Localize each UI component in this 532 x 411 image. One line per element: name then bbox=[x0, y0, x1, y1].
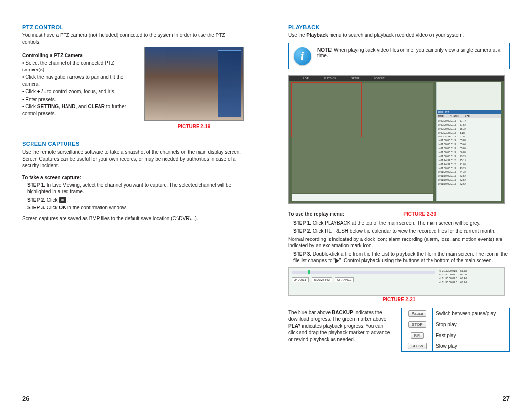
picture-caption: PICTURE 2-20 bbox=[403, 211, 436, 217]
page-26: PTZ CONTROL You must have a PTZ camera (… bbox=[0, 0, 266, 411]
playback-legend-table: PauseSwitch between pause/play STOPStop … bbox=[401, 308, 510, 352]
ptz-bullet: Click + / - to control zoom, focus, and … bbox=[22, 88, 137, 95]
picture-2-19-image bbox=[144, 47, 244, 121]
pb-steps: STEP 1. Click PLAYBACK at the top of the… bbox=[293, 220, 510, 235]
slow-button-icon: SLOW bbox=[408, 343, 427, 349]
sc-subhead: To take a screen capture: bbox=[22, 175, 244, 180]
picture-caption: PICTURE 2-21 bbox=[383, 297, 416, 302]
info-icon: i bbox=[294, 47, 311, 65]
note-box: i NOTE! When playing back video files on… bbox=[288, 43, 510, 69]
ptz-bullet-list: Select the channel of the connected PTZ … bbox=[22, 60, 137, 117]
pause-button-icon: Pause bbox=[408, 310, 427, 317]
pic221-side: ⊙ 01:30:00:01:365.5M⊙ 01:30:00:01:365.3M… bbox=[438, 268, 504, 295]
picture-2-20-image: LIVEPLAYBACKSETUPLOGOUT FILE LIST TIMECH… bbox=[288, 75, 505, 204]
sc-steps: STEP 1. In Live Viewing, select the chan… bbox=[27, 182, 244, 211]
ptz-bullet: Select the channel of the connected PTZ … bbox=[22, 60, 137, 73]
ptz-intro: You must have a PTZ camera (not included… bbox=[22, 32, 244, 45]
ptz-bullet: Click SETTING, HAND, and CLEAR to furthe… bbox=[22, 103, 137, 117]
pb-progress-para: The blue bar above BACKUP indicates the … bbox=[288, 309, 392, 343]
sc-intro: Use the remote surveillance software to … bbox=[22, 149, 244, 169]
screen-captures-heading: SCREEN CAPTURES bbox=[22, 141, 244, 147]
camera-icon bbox=[59, 197, 66, 203]
use-replay-head: To use the replay menu: bbox=[288, 211, 344, 217]
play-icon bbox=[335, 258, 339, 263]
ptz-bullet: Click the navigation arrows to pan and t… bbox=[22, 74, 137, 87]
playback-heading: PLAYBACK bbox=[288, 24, 510, 30]
pic220-file-list: ⊙ 00:00:00:01:367.7M⊙ 00:00:00:01:367.5M… bbox=[437, 118, 501, 201]
page-27: PLAYBACK Use the Playback menu to search… bbox=[266, 0, 532, 411]
picture-caption: PICTURE 2-19 bbox=[178, 124, 211, 129]
pb-intro: Use the Playback menu to search and play… bbox=[288, 32, 510, 39]
stop-button-icon: STOP bbox=[408, 321, 426, 328]
picture-2-21-image: 2/ 9/20115:20:28 PMCHANNEL ⊙ 01:30:00:01… bbox=[288, 267, 505, 296]
ff-button-icon: F.F. bbox=[411, 332, 424, 339]
ptz-heading: PTZ CONTROL bbox=[22, 24, 244, 30]
pb-mid: Normal recording is indicated by a clock… bbox=[288, 236, 510, 249]
ptz-bullet: Enter presets. bbox=[22, 96, 137, 103]
page-number: 26 bbox=[22, 395, 29, 402]
ptz-subhead: Controlling a PTZ Camera bbox=[22, 53, 137, 58]
page-number: 27 bbox=[503, 395, 510, 402]
sc-footer: Screen captures are saved as BMP files t… bbox=[22, 215, 244, 222]
